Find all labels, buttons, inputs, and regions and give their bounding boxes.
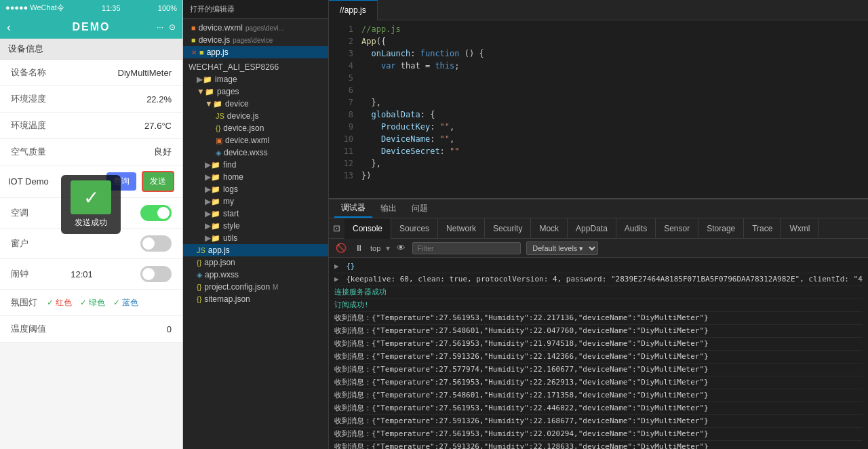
tab-audits[interactable]: Audits <box>616 218 656 239</box>
file-panel-header: 打开的编辑器 <box>183 0 328 19</box>
folder-device[interactable]: ▼ 📁 device <box>183 98 328 110</box>
folder-style[interactable]: ▶ 📁 style <box>183 220 328 232</box>
file-device-json[interactable]: {} device.json <box>183 122 328 134</box>
humidity-value: 22.2% <box>146 94 172 104</box>
tab-mock[interactable]: Mock <box>531 218 568 239</box>
top-label: top <box>370 244 380 252</box>
console-line-msg-2: 收到消息：{"Temperature":27.548601,"Humidity"… <box>334 325 863 338</box>
red-check-icon: ✓ <box>47 298 54 307</box>
chevron-start-icon: ▶ <box>205 209 211 218</box>
console-line-msg-7: 收到消息：{"Temperature":27.548601,"Humidity"… <box>334 389 863 402</box>
tab-output[interactable]: 输出 <box>374 200 403 217</box>
file-appjs[interactable]: JS app.js <box>183 244 328 256</box>
folder-start-label: start <box>223 209 239 218</box>
back-button[interactable]: ‹ <box>7 20 11 35</box>
code-line-8: 8 globalData: { <box>329 109 868 121</box>
open-file-appjs[interactable]: ✕ ■ app.js <box>183 46 328 58</box>
tab-trace[interactable]: Trace <box>744 218 781 239</box>
tab-network[interactable]: Network <box>438 218 485 239</box>
console-filter-input[interactable] <box>412 242 521 254</box>
folder-my[interactable]: ▶ 📁 my <box>183 195 328 208</box>
code-line-1: 1 //app.js <box>329 23 868 35</box>
file-json-icon: {} <box>216 124 220 132</box>
folder-utils-label: utils <box>223 233 237 243</box>
editor-area[interactable]: 1 //app.js 2 App({ 3 onLaunch: function … <box>329 20 868 184</box>
folder-start[interactable]: ▶ 📁 start <box>183 208 328 220</box>
threshold-row: 温度阈值 0 <box>0 316 182 343</box>
record-icon[interactable]: ⊙ <box>169 22 176 32</box>
tab-wxml[interactable]: Wxml <box>781 218 818 239</box>
folder-icon-style: 📁 <box>211 222 220 231</box>
file-js-icon: JS <box>216 112 224 120</box>
tab-storage[interactable]: Storage <box>698 218 744 239</box>
code-line-4: 4 var that = this; <box>329 60 868 72</box>
clock-toggle[interactable] <box>140 266 172 282</box>
file-appjs-label: app.js <box>208 246 230 255</box>
tab-problems[interactable]: 问题 <box>405 200 435 217</box>
more-icon[interactable]: ··· <box>157 22 163 32</box>
file-projectconfig[interactable]: {} project.config.json M <box>183 281 328 293</box>
file-appjson[interactable]: {} app.json <box>183 256 328 269</box>
air-quality-value: 良好 <box>154 146 172 158</box>
color-blue-item: ✓ 蓝色 <box>113 297 138 309</box>
chevron-my-icon: ▶ <box>205 197 211 206</box>
folder-pages[interactable]: ▼ 📁 pages <box>183 85 328 98</box>
color-row: 氛围灯 ✓ 红色 ✓ 绿色 ✓ 蓝色 <box>0 290 182 316</box>
expand-arrow-icon: ▶ <box>334 275 339 284</box>
log-levels-select[interactable]: Default levels ▾ <box>526 241 598 255</box>
file-wxss-icon: ◈ <box>216 149 221 157</box>
temperature-value: 27.6°C <box>144 121 172 131</box>
right-section: 打开的编辑器 ■ device.wxml pages\devi... ■ dev… <box>183 0 868 449</box>
close-icon[interactable]: ✕ <box>191 49 197 56</box>
tab-sources[interactable]: Sources <box>391 218 438 239</box>
console-line-subscribe: 订阅成功! <box>334 299 863 312</box>
color-green-label: 绿色 <box>89 297 105 309</box>
folder-image[interactable]: ▶ 📁 image <box>183 73 328 85</box>
devtools-toggle-icon[interactable]: ⊡ <box>329 223 344 233</box>
folder-utils[interactable]: ▶ 📁 utils <box>183 232 328 244</box>
folder-logs[interactable]: ▶ 📁 logs <box>183 183 328 195</box>
temperature-row: 环境温度 27.6°C <box>0 113 182 139</box>
color-label: 氛围灯 <box>11 296 37 309</box>
eye-button[interactable]: 👁 <box>395 241 407 254</box>
folder-icon-device: 📁 <box>213 100 222 109</box>
pause-button[interactable]: ⏸ <box>353 241 365 254</box>
folder-home[interactable]: ▶ 📁 home <box>183 171 328 183</box>
file-tree: ■ device.wxml pages\devi... ■ device.js … <box>183 19 328 449</box>
tab-appdata[interactable]: AppData <box>568 218 616 239</box>
chevron-style-icon: ▶ <box>205 221 211 231</box>
file-appwxss[interactable]: ◈ app.wxss <box>183 269 328 281</box>
open-file-wxml[interactable]: ■ device.wxml pages\devi... <box>183 22 328 34</box>
open-file-wxml-path: pages\devi... <box>245 24 284 32</box>
tab-appjs[interactable]: //app.js <box>329 0 378 20</box>
tab-console[interactable]: Console <box>344 218 391 239</box>
send-button[interactable]: 发送 <box>142 171 174 192</box>
color-green-item: ✓ 绿色 <box>80 297 105 309</box>
appwxss-icon: ◈ <box>197 271 202 279</box>
file-projectconfig-label: project.config.json <box>204 282 270 292</box>
folder-find[interactable]: ▶ 📁 find <box>183 159 328 171</box>
window-toggle[interactable] <box>140 235 172 252</box>
tab-debugger[interactable]: 调试器 <box>334 199 372 218</box>
console-line-msg-9: 收到消息：{"Temperature":27.591326,"Humidity"… <box>334 415 863 428</box>
folder-my-label: my <box>223 197 234 206</box>
file-sitemap[interactable]: {} sitemap.json <box>183 293 328 305</box>
file-device-js-label: device.js <box>227 111 259 121</box>
device-name-label: 设备名称 <box>11 66 46 79</box>
folder-image-label: image <box>215 75 237 84</box>
success-toast: 发送成功 <box>61 175 121 234</box>
ac-toggle[interactable] <box>140 205 172 221</box>
open-file-devicejs[interactable]: ■ device.js pages\device <box>183 34 328 46</box>
clear-console-button[interactable]: 🚫 <box>334 241 348 254</box>
tab-sensor[interactable]: Sensor <box>656 218 698 239</box>
blue-check-icon: ✓ <box>113 298 120 307</box>
expand-arrow-icon: ▶ <box>334 262 339 271</box>
chevron-down-device-icon: ▼ <box>205 99 213 109</box>
file-device-js[interactable]: JS device.js <box>183 110 328 122</box>
tab-appjs-label: //app.js <box>340 5 366 15</box>
tab-security[interactable]: Security <box>485 218 531 239</box>
file-device-wxml[interactable]: ▣ device.wxml <box>183 134 328 147</box>
file-device-wxss[interactable]: ◈ device.wxss <box>183 147 328 159</box>
color-blue-label: 蓝色 <box>122 297 138 309</box>
devtools-panel: 调试器 输出 问题 ⊡ Console Sources Network Secu… <box>329 198 868 449</box>
